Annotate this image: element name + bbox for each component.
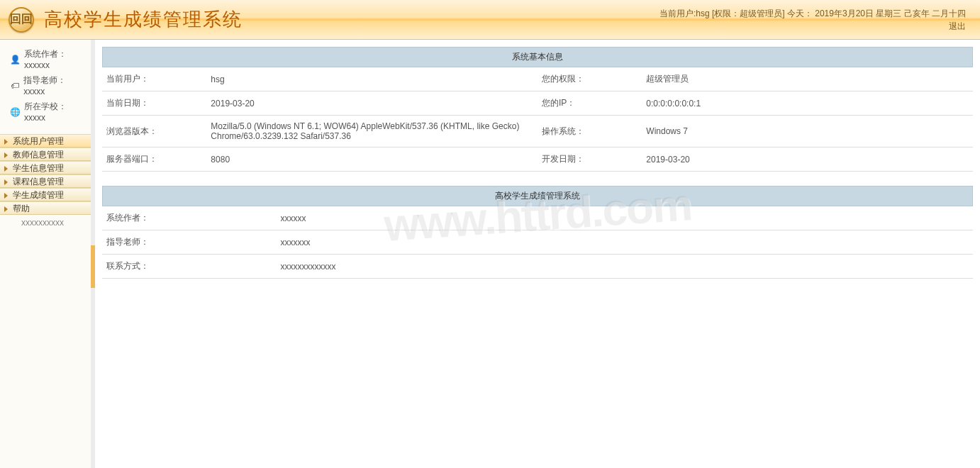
value-current-user: hsg xyxy=(206,67,538,91)
app-title: 高校学生成绩管理系统 xyxy=(44,7,243,32)
label-date: 当前日期： xyxy=(102,91,206,116)
table-row: 系统作者： xxxxxx xyxy=(102,206,973,230)
label-browser: 浏览器版本： xyxy=(102,116,206,147)
value-port: 8080 xyxy=(206,147,538,172)
user-icon: 👤 xyxy=(10,55,20,65)
sysinfo-table: 当前用户： hsg 您的权限： 超级管理员 当前日期： 2019-03-20 您… xyxy=(102,67,973,172)
table-row: 当前用户： hsg 您的权限： 超级管理员 xyxy=(102,67,973,91)
sidebar-author-label: 系统作者：xxxxxx xyxy=(24,48,84,70)
value-ip: 0:0:0:0:0:0:0:1 xyxy=(642,91,973,116)
menu-course-info[interactable]: 课程信息管理 xyxy=(0,174,91,188)
status-line: 当前用户:hsg [权限：超级管理员] 今天： 2019年3月20日 星期三 己… xyxy=(659,7,966,20)
label-os: 操作系统： xyxy=(538,116,642,147)
panel-sysinfo-title: 系统基本信息 xyxy=(102,47,973,67)
value-permission: 超级管理员 xyxy=(642,67,973,91)
value-author: xxxxxx xyxy=(277,206,973,230)
label-port: 服务器端口： xyxy=(102,147,206,172)
value-devdate: 2019-03-20 xyxy=(642,147,973,172)
logout-link[interactable]: 退出 xyxy=(949,21,966,31)
sidebar: 👤 系统作者：xxxxxx 🏷 指导老师：xxxxx 🌐 所在学校：xxxxx … xyxy=(0,40,95,468)
label-current-user: 当前用户： xyxy=(102,67,206,91)
value-contact: xxxxxxxxxxxxx xyxy=(277,255,973,279)
value-os: Windows 7 xyxy=(642,116,973,147)
about-table: 系统作者： xxxxxx 指导老师： xxxxxxx 联系方式： xxxxxxx… xyxy=(102,206,973,279)
sidebar-author: 👤 系统作者：xxxxxx xyxy=(10,48,84,70)
content: www.httrd.com 系统基本信息 当前用户： hsg 您的权限： 超级管… xyxy=(95,40,980,468)
sidebar-info: 👤 系统作者：xxxxxx 🏷 指导老师：xxxxx 🌐 所在学校：xxxxx xyxy=(0,40,91,134)
label-devdate: 开发日期： xyxy=(538,147,642,172)
label-author: 系统作者： xyxy=(102,206,277,230)
table-row: 联系方式： xxxxxxxxxxxxx xyxy=(102,255,973,279)
tag-icon: 🏷 xyxy=(10,81,19,91)
label-teacher: 指导老师： xyxy=(102,230,277,255)
value-browser: Mozilla/5.0 (Windows NT 6.1; WOW64) Appl… xyxy=(206,116,538,147)
menu-teacher-info[interactable]: 教师信息管理 xyxy=(0,147,91,161)
table-row: 当前日期： 2019-03-20 您的IP： 0:0:0:0:0:0:0:1 xyxy=(102,91,973,116)
table-row: 浏览器版本： Mozilla/5.0 (Windows NT 6.1; WOW6… xyxy=(102,116,973,147)
menu-help-sub[interactable]: xxxxxxxxxx xyxy=(0,215,91,230)
sidebar-school: 🌐 所在学校：xxxxx xyxy=(10,101,84,123)
panel-about: 高校学生成绩管理系统 系统作者： xxxxxx 指导老师： xxxxxxx 联系… xyxy=(102,186,973,279)
table-row: 服务器端口： 8080 开发日期： 2019-03-20 xyxy=(102,147,973,172)
value-teacher: xxxxxxx xyxy=(277,230,973,255)
panel-about-title: 高校学生成绩管理系统 xyxy=(102,186,973,206)
sidebar-teacher: 🏷 指导老师：xxxxx xyxy=(10,74,84,96)
logo-icon: 回回 xyxy=(9,7,34,33)
label-permission: 您的权限： xyxy=(538,67,642,91)
menu-help[interactable]: 帮助 xyxy=(0,201,91,215)
sidebar-school-label: 所在学校：xxxxx xyxy=(24,101,84,123)
value-date: 2019-03-20 xyxy=(206,91,538,116)
panel-sysinfo: 系统基本信息 当前用户： hsg 您的权限： 超级管理员 当前日期： 2019-… xyxy=(102,47,973,172)
table-row: 指导老师： xxxxxxx xyxy=(102,230,973,255)
header: 回回 高校学生成绩管理系统 当前用户:hsg [权限：超级管理员] 今天： 20… xyxy=(0,0,980,40)
label-contact: 联系方式： xyxy=(102,255,277,279)
header-status: 当前用户:hsg [权限：超级管理员] 今天： 2019年3月20日 星期三 己… xyxy=(659,7,966,33)
globe-icon: 🌐 xyxy=(10,107,20,117)
label-ip: 您的IP： xyxy=(538,91,642,116)
menu-system-user[interactable]: 系统用户管理 xyxy=(0,134,91,147)
sidebar-teacher-label: 指导老师：xxxxx xyxy=(23,74,84,96)
menu-score[interactable]: 学生成绩管理 xyxy=(0,188,91,201)
menu-student-info[interactable]: 学生信息管理 xyxy=(0,161,91,174)
